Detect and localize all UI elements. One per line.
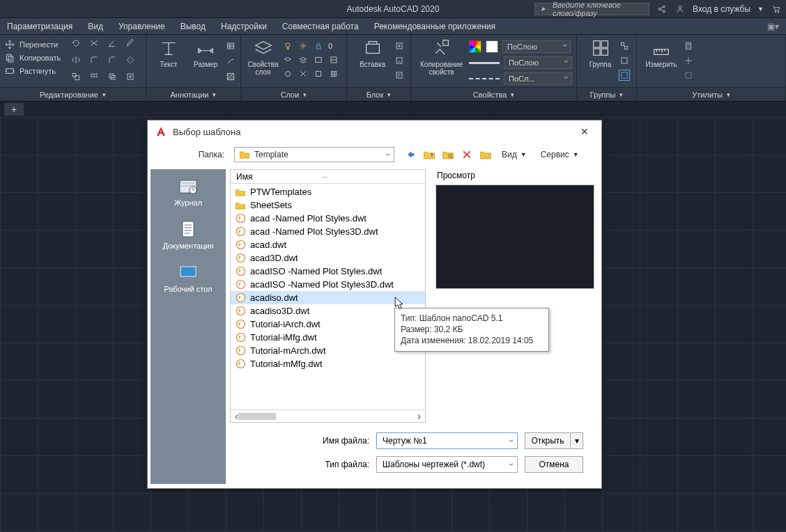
linetype-combo[interactable]: ПоСл... (469, 72, 572, 85)
panel-caption[interactable]: Слои (281, 91, 300, 99)
layer-tool-icon[interactable] (298, 54, 309, 65)
help-search[interactable]: ▸ Введите ключевое слово/фразу (534, 3, 649, 15)
filetype-combo[interactable]: Шаблоны чертежей (*.dwt) (376, 456, 518, 473)
list-item[interactable]: acadISO -Named Plot Styles3D.dwt (231, 278, 425, 291)
panel-caption[interactable]: Аннотации (171, 91, 209, 99)
menu-expand-icon[interactable]: ▣▾ (767, 22, 779, 31)
measure-button[interactable]: Измерить (641, 38, 681, 68)
list-item[interactable]: acadISO -Named Plot Styles.dwt (231, 265, 425, 278)
list-item[interactable]: Tutorial-mMfg.dwt (231, 357, 425, 370)
list-item[interactable]: SheetSets (231, 198, 425, 212)
scale-icon[interactable] (70, 71, 82, 82)
svg-point-11 (91, 74, 93, 75)
place-history[interactable]: Журнал (174, 176, 202, 207)
layer-tool-icon[interactable] (328, 68, 339, 79)
panel-caption[interactable]: Свойства (473, 91, 507, 99)
layer-tool-icon[interactable] (313, 54, 324, 65)
menu-item[interactable]: Вид (88, 22, 103, 31)
edit-block-icon[interactable] (394, 55, 405, 66)
list-item[interactable]: acad3D.dwt (231, 251, 425, 265)
view-menu[interactable]: Вид▼ (502, 150, 527, 159)
match-props-button[interactable]: Копирование свойств (415, 38, 468, 76)
horizontal-scrollbar[interactable]: ‹› (231, 409, 425, 422)
text-button[interactable]: Текст (151, 38, 187, 68)
menu-item[interactable]: Совместная работа (282, 22, 359, 31)
layer-tool-icon[interactable] (328, 54, 339, 65)
filename-input[interactable]: Чертуж №1 (376, 432, 518, 449)
back-icon[interactable] (404, 148, 417, 161)
brush-icon[interactable] (125, 38, 136, 49)
panel-caption[interactable]: Блок (367, 91, 384, 99)
mirror-icon[interactable] (70, 54, 82, 65)
hatch-icon[interactable] (225, 71, 236, 82)
place-desktop[interactable]: Рабочий стол (164, 263, 212, 293)
svg-point-22 (286, 43, 290, 47)
move-button[interactable]: Перенести (4, 39, 69, 50)
column-header[interactable]: Имя ︿ (231, 170, 425, 184)
open-dropdown-button[interactable]: ▾ (571, 432, 583, 449)
group-button[interactable]: Группа (584, 38, 617, 68)
explode-icon[interactable] (125, 54, 136, 65)
point-icon[interactable] (683, 55, 694, 66)
list-item[interactable]: acad -Named Plot Styles.dwt (231, 212, 425, 225)
preview-box (436, 185, 594, 289)
trim-icon[interactable] (88, 38, 100, 49)
share-icon[interactable] (656, 3, 668, 15)
list-item[interactable]: acadiso.dwt (231, 291, 425, 304)
layer-tool-icon[interactable] (282, 54, 293, 65)
insert-block-button[interactable]: Вставка (353, 38, 392, 68)
service-menu[interactable]: Сервис▼ (541, 150, 579, 159)
stretch-button[interactable]: Растянуть (4, 65, 69, 77)
new-folder-icon[interactable] (479, 148, 492, 161)
place-documents[interactable]: Документация (162, 219, 213, 250)
group-sel-icon[interactable] (619, 70, 630, 81)
plus-icon[interactable] (125, 71, 136, 82)
attr-block-icon[interactable] (394, 70, 405, 81)
angle-icon[interactable] (107, 38, 118, 49)
folder-combo[interactable]: Template (234, 147, 394, 162)
layer-tool-icon[interactable] (313, 68, 324, 79)
fillet-icon[interactable] (88, 54, 100, 65)
layer-tool-icon[interactable] (298, 68, 309, 79)
select-icon[interactable] (683, 70, 694, 81)
menu-item[interactable]: Рекомендованные приложения (374, 22, 495, 31)
up-folder-icon[interactable] (423, 148, 436, 161)
dimension-button[interactable]: Размер (188, 38, 224, 68)
list-item[interactable]: PTWTemplates (231, 185, 425, 198)
menu-item[interactable]: Управление (118, 22, 165, 31)
open-button[interactable]: Открыть (525, 432, 571, 449)
menu-item[interactable]: Надстройки (221, 22, 267, 31)
ungroup-icon[interactable] (619, 40, 630, 52)
layer-combo[interactable]: 0 (282, 40, 342, 52)
color-combo[interactable]: ПоСлою (469, 40, 572, 53)
search-folder-icon[interactable] (442, 148, 454, 161)
create-block-icon[interactable] (394, 40, 405, 52)
menu-item[interactable]: Параметризация (7, 22, 72, 31)
list-item[interactable]: acad -Named Plot Styles3D.dwt (231, 225, 425, 238)
login-link[interactable]: Вход в службы (693, 4, 750, 14)
layer-tool-icon[interactable] (282, 68, 293, 79)
copy-button[interactable]: Копировать (4, 52, 69, 63)
array-icon[interactable] (88, 71, 100, 82)
file-list[interactable]: Имя ︿ PTWTemplatesSheetSetsacad -Named P… (230, 169, 426, 423)
menu-item[interactable]: Вывод (180, 22, 206, 31)
close-button[interactable]: ✕ (575, 123, 594, 140)
user-icon[interactable] (675, 3, 686, 15)
layer-props-button[interactable]: Свойства слоя (245, 38, 281, 76)
chamfer-icon[interactable] (107, 54, 118, 65)
rotate-icon[interactable] (70, 38, 82, 49)
delete-icon[interactable] (461, 148, 473, 161)
list-item[interactable]: acad.dwt (231, 238, 425, 251)
offset-icon[interactable] (107, 71, 118, 82)
panel-caption[interactable]: Редактирование (40, 91, 98, 99)
leader-icon[interactable] (225, 56, 236, 67)
lineweight-combo[interactable]: ПоСлою (469, 56, 572, 69)
cart-icon[interactable] (771, 3, 782, 15)
panel-caption[interactable]: Утилиты (692, 91, 723, 99)
new-tab-button[interactable]: + (4, 103, 24, 116)
panel-caption[interactable]: Группы (590, 91, 616, 99)
calc-icon[interactable] (683, 40, 694, 52)
group-edit-icon[interactable] (619, 55, 630, 66)
cancel-button[interactable]: Отмена (525, 456, 583, 473)
table-icon[interactable] (225, 40, 236, 52)
